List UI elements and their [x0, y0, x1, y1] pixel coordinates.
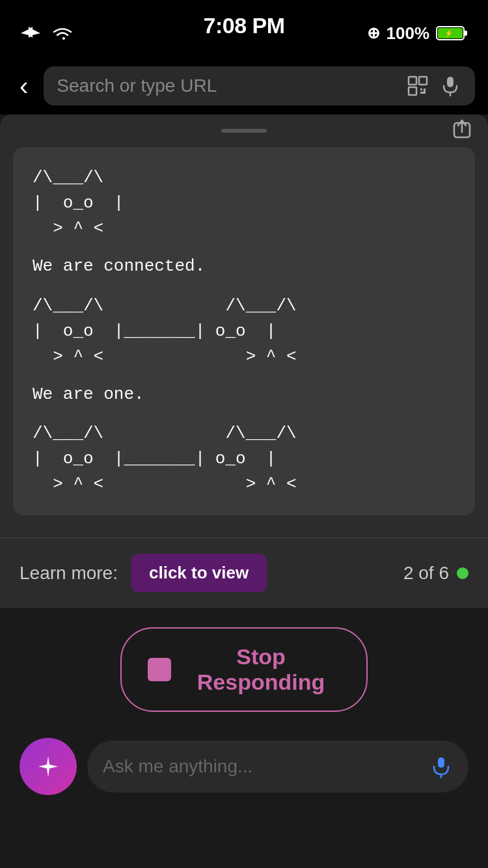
sheet-handle-area: [0, 115, 488, 147]
click-to-view-button[interactable]: click to view: [131, 554, 267, 592]
input-area: Ask me anything...: [13, 731, 475, 808]
pagination: 2 of 6: [403, 563, 468, 584]
status-left-icons: [20, 24, 74, 42]
one-text: We are one.: [33, 381, 455, 409]
alarm-icon: ⊕: [367, 24, 380, 42]
status-bar: 7:08 PM ⊕ 100% ⚡: [0, 0, 488, 57]
voice-icon[interactable]: [429, 755, 453, 778]
scan-icon[interactable]: [406, 74, 429, 98]
svg-rect-9: [420, 92, 426, 94]
back-button[interactable]: ‹: [13, 72, 34, 101]
svg-rect-7: [420, 88, 422, 90]
learn-more-bar: Learn more: click to view 2 of 6: [0, 537, 488, 608]
stop-icon: [148, 658, 171, 681]
online-dot: [457, 567, 468, 579]
connected-text: We are connected.: [33, 253, 455, 280]
svg-text:⚡: ⚡: [444, 29, 454, 38]
battery-text: 100%: [386, 23, 430, 44]
status-time: 7:08 PM: [204, 13, 285, 38]
svg-rect-4: [409, 77, 416, 85]
svg-rect-5: [419, 77, 427, 85]
pagination-text: 2 of 6: [403, 563, 449, 584]
stop-responding-label: Stop Responding: [182, 644, 340, 695]
ascii-cat-single: /\___/\ | o_o | > ^ <: [33, 165, 455, 241]
chat-area: /\___/\ | o_o | > ^ < We are connected. …: [0, 147, 488, 537]
sheet-handle: [221, 129, 267, 133]
chat-input-field[interactable]: Ask me anything...: [87, 740, 468, 793]
svg-rect-14: [438, 757, 444, 768]
mic-icon[interactable]: [439, 74, 462, 98]
browser-bar: ‹ Search or type URL: [0, 57, 488, 115]
airplane-icon: [20, 24, 42, 42]
sparkle-icon: [35, 753, 61, 780]
search-bar[interactable]: Search or type URL: [44, 66, 475, 105]
battery-icon: ⚡: [436, 25, 468, 42]
stop-responding-button[interactable]: Stop Responding: [120, 627, 368, 712]
chat-bubble: /\___/\ | o_o | > ^ < We are connected. …: [13, 147, 475, 515]
search-bar-icons: [406, 74, 462, 98]
svg-rect-6: [409, 87, 416, 95]
bottom-area: Stop Responding Ask me anything...: [0, 608, 488, 821]
status-right-icons: ⊕ 100% ⚡: [367, 23, 469, 44]
ascii-cats-connected: /\___/\ /\___/\ | o_o |_______| o_o | > …: [33, 293, 455, 370]
wifi-icon: [51, 24, 74, 42]
ascii-cats-one: /\___/\ /\___/\ | o_o |_______| o_o | > …: [33, 421, 455, 497]
ai-mic-button[interactable]: [20, 738, 77, 795]
learn-more-label: Learn more:: [20, 563, 118, 584]
input-placeholder: Ask me anything...: [103, 756, 420, 777]
search-placeholder: Search or type URL: [57, 75, 397, 96]
share-icon[interactable]: [452, 116, 472, 145]
svg-rect-10: [447, 77, 454, 87]
svg-rect-1: [464, 31, 467, 36]
